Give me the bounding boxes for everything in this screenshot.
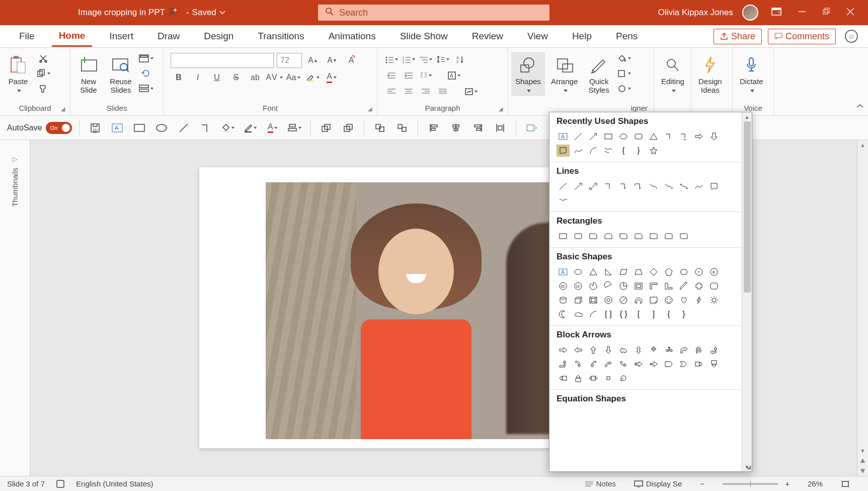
- font-color-qa-icon[interactable]: A: [264, 120, 281, 135]
- collapse-ribbon-icon[interactable]: [856, 102, 864, 111]
- tab-help[interactable]: Help: [565, 27, 599, 46]
- numbering-icon[interactable]: 123: [401, 53, 417, 66]
- shape-curved-conn[interactable]: [647, 180, 660, 192]
- shadow-icon[interactable]: ab: [247, 71, 263, 84]
- shape-elbow-double[interactable]: [632, 180, 645, 192]
- copy-icon[interactable]: [35, 67, 51, 80]
- slide-image[interactable]: [266, 182, 567, 439]
- shape-octagon[interactable]: 8: [707, 266, 721, 278]
- strikethrough-icon[interactable]: S: [228, 71, 244, 84]
- align-right-obj-icon[interactable]: [469, 120, 487, 135]
- shapes-button[interactable]: Shapes: [511, 52, 545, 96]
- shape-arc2[interactable]: [587, 308, 600, 320]
- shape-arc[interactable]: [587, 145, 600, 157]
- shape-oval[interactable]: [617, 130, 630, 143]
- shape-left-bracket[interactable]: [: [632, 308, 645, 320]
- shape-smiley[interactable]: [662, 294, 675, 306]
- shape-freeform-curve[interactable]: [692, 180, 705, 192]
- shape-rect-snip2[interactable]: [602, 230, 615, 242]
- tab-insert[interactable]: Insert: [102, 27, 140, 46]
- ungroup-icon[interactable]: [393, 120, 411, 135]
- shape-elbow[interactable]: [662, 130, 675, 143]
- format-painter-icon[interactable]: [35, 82, 51, 95]
- shape-lshape[interactable]: [662, 280, 675, 292]
- user-name[interactable]: Olivia Kippax Jones: [658, 8, 733, 18]
- fit-to-window-icon[interactable]: [841, 480, 850, 488]
- shape-ba-striped[interactable]: [632, 358, 645, 370]
- shape-double-arrow[interactable]: [587, 180, 600, 192]
- distribute-icon[interactable]: [492, 120, 509, 135]
- thumbnail-pane[interactable]: ▷ Thumbnails: [0, 140, 30, 476]
- shape-diamond[interactable]: [647, 266, 660, 278]
- shape-ba-quadcallout[interactable]: [602, 372, 615, 384]
- send-backward-icon[interactable]: [340, 120, 357, 135]
- editing-button[interactable]: Editing: [657, 52, 688, 96]
- shape-parallelogram[interactable]: [617, 266, 630, 278]
- feedback-icon[interactable]: ☺: [845, 30, 858, 43]
- shape-arrow-line[interactable]: [587, 130, 600, 143]
- elbow-connector-icon[interactable]: [197, 120, 214, 135]
- shape-triangle2[interactable]: [587, 266, 600, 278]
- zoom-level[interactable]: 26%: [808, 479, 823, 488]
- tab-slideshow[interactable]: Slide Show: [393, 27, 455, 46]
- font-color-icon[interactable]: A: [324, 71, 340, 84]
- shape-rect1[interactable]: [557, 230, 570, 242]
- shape-frame[interactable]: [632, 280, 645, 292]
- tab-animations[interactable]: Animations: [322, 27, 383, 46]
- shape-elbow-arrow[interactable]: [677, 130, 690, 143]
- justify-icon[interactable]: [435, 85, 451, 98]
- shape-ba-up[interactable]: [587, 344, 600, 356]
- paste-button[interactable]: Paste: [3, 52, 33, 96]
- align-center-obj-icon[interactable]: [447, 120, 464, 135]
- align-objects-icon[interactable]: [286, 120, 303, 135]
- slide-indicator[interactable]: Slide 3 of 7: [7, 479, 45, 488]
- tab-transitions[interactable]: Transitions: [251, 27, 311, 46]
- shape-left-brace[interactable]: {: [617, 145, 630, 157]
- shape-heptagon[interactable]: 7: [692, 266, 705, 278]
- user-avatar[interactable]: [742, 5, 758, 21]
- align-left-icon[interactable]: [383, 85, 400, 98]
- shape-textbox[interactable]: A: [557, 130, 570, 143]
- shape-pie[interactable]: [587, 280, 600, 292]
- shape-ba-pentagon[interactable]: [662, 358, 675, 370]
- shape-ba-down[interactable]: [602, 344, 615, 356]
- shape-outline-icon[interactable]: [616, 67, 632, 80]
- shape-plaque[interactable]: [707, 280, 721, 292]
- align-right-icon[interactable]: [418, 85, 434, 98]
- shape-ba-circular[interactable]: [617, 372, 630, 384]
- bold-icon[interactable]: B: [171, 71, 187, 84]
- shape-ba-rightcallout[interactable]: [692, 358, 705, 370]
- shape-line[interactable]: [572, 130, 585, 143]
- shape-double-brace[interactable]: { }: [617, 308, 630, 320]
- shape-down-arrow[interactable]: [707, 130, 721, 143]
- shape-textbox2[interactable]: A: [557, 266, 570, 278]
- shape-ba-leftrightup[interactable]: [662, 344, 675, 356]
- text-direction-icon[interactable]: A: [446, 69, 462, 82]
- shape-teardrop[interactable]: [617, 280, 630, 292]
- shape-arrow[interactable]: [572, 180, 585, 192]
- autosave-toggle[interactable]: On: [46, 122, 72, 134]
- animation-green-icon[interactable]: [523, 120, 540, 135]
- next-slide-icon[interactable]: ⯆: [857, 466, 868, 476]
- shape-ba-upcallout[interactable]: [572, 372, 585, 384]
- close-button[interactable]: [843, 7, 858, 18]
- shape-curved-double[interactable]: [677, 180, 690, 192]
- shape-ba-leftright[interactable]: [617, 344, 630, 356]
- font-name-input[interactable]: [171, 53, 274, 68]
- shape-fill-icon[interactable]: [616, 52, 632, 65]
- font-size-input[interactable]: 72: [277, 53, 302, 68]
- tab-view[interactable]: View: [520, 27, 555, 46]
- dd-scroll-up-icon[interactable]: ▲: [742, 112, 752, 121]
- shape-star[interactable]: [647, 145, 660, 157]
- save-state-chevron-icon[interactable]: [219, 8, 225, 18]
- shape-ba-downcallout[interactable]: [707, 358, 721, 370]
- shape-ba-quad[interactable]: [647, 344, 660, 356]
- shape-scribble[interactable]: [707, 180, 721, 192]
- tab-draw[interactable]: Draw: [150, 27, 187, 46]
- change-case-icon[interactable]: Aa: [285, 71, 301, 84]
- dropdown-resize-icon[interactable]: ◢: [747, 464, 751, 470]
- line-shape-icon[interactable]: [175, 120, 192, 135]
- tab-file[interactable]: File: [12, 27, 42, 46]
- underline-icon[interactable]: U: [209, 71, 225, 84]
- oval-shape-icon[interactable]: [153, 120, 170, 135]
